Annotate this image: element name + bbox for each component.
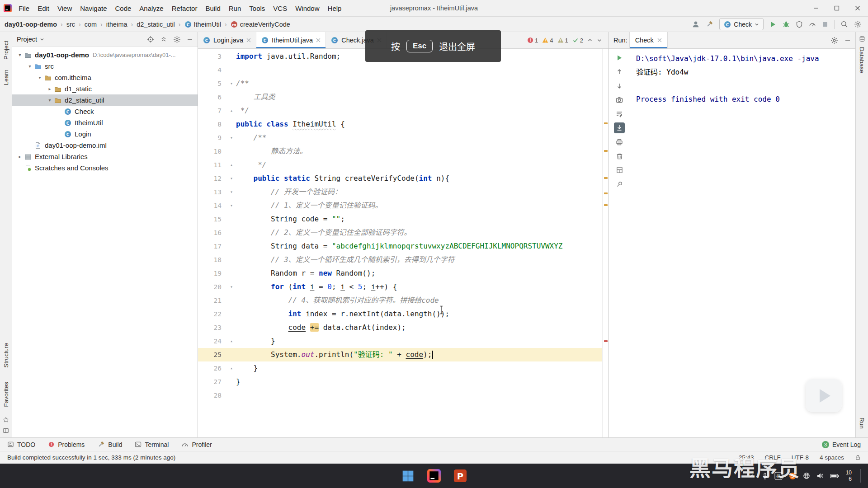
locate-file-icon[interactable] bbox=[147, 36, 154, 43]
gear-icon[interactable] bbox=[173, 36, 181, 43]
fold-marker-icon[interactable]: ▴ bbox=[227, 158, 236, 172]
menu-tools[interactable]: Tools bbox=[245, 5, 269, 12]
tree-item-login[interactable]: CLogin bbox=[12, 128, 198, 140]
coverage-button[interactable] bbox=[796, 21, 803, 28]
code-line[interactable]: 12▾ public static String createVerifyCod… bbox=[198, 172, 602, 185]
toolwindow-button-todo[interactable]: TODO bbox=[7, 441, 35, 448]
code-line[interactable]: 18 // 3、定义一个循环生成几个随机索引，去得到几个字符 bbox=[198, 253, 602, 267]
close-button[interactable] bbox=[847, 0, 868, 16]
run-tab-check[interactable]: Check bbox=[629, 32, 668, 48]
menu-file[interactable]: File bbox=[14, 5, 33, 12]
start-button[interactable] bbox=[399, 467, 416, 484]
status-item-2[interactable]: UTF-8 bbox=[792, 454, 809, 461]
code-line[interactable]: 24▴ } bbox=[198, 334, 602, 348]
hide-panel-icon[interactable] bbox=[187, 36, 193, 42]
menu-refactor[interactable]: Refactor bbox=[168, 5, 202, 12]
tree-item-d1-static[interactable]: ▸d1_static bbox=[12, 83, 198, 94]
profile-button[interactable] bbox=[809, 21, 816, 28]
collapse-all-icon[interactable] bbox=[160, 36, 167, 43]
tree-item-day01-oop-demo-iml[interactable]: day01-oop-demo.iml bbox=[12, 140, 198, 151]
breadcrumb-item[interactable]: day01-oop-demo bbox=[5, 21, 57, 28]
fold-marker-icon[interactable]: ▴ bbox=[227, 361, 236, 375]
maximize-button[interactable] bbox=[826, 0, 847, 16]
video-play-button[interactable] bbox=[806, 379, 842, 412]
scrollend-button[interactable] bbox=[614, 122, 625, 133]
database-icon[interactable] bbox=[859, 36, 865, 42]
tree-item-check[interactable]: CCheck bbox=[12, 106, 198, 117]
close-icon[interactable] bbox=[246, 38, 251, 42]
fold-marker-icon[interactable]: ▾ bbox=[227, 199, 236, 212]
fold-marker-icon[interactable]: ▴ bbox=[227, 334, 236, 348]
code-line[interactable]: 6 工具类 bbox=[198, 90, 602, 104]
menu-run[interactable]: Run bbox=[225, 5, 245, 12]
chevron-down-icon[interactable]: ▾ bbox=[46, 98, 54, 103]
tree-item-itheimutil[interactable]: CItheimUtil bbox=[12, 117, 198, 128]
code-line[interactable]: 5▾/** bbox=[198, 77, 602, 90]
code-line[interactable]: 17 String data = "abcdefghijklmnopqrstuv… bbox=[198, 239, 602, 253]
chevron-right-icon[interactable]: ▸ bbox=[46, 86, 54, 91]
hide-panel-icon[interactable] bbox=[844, 37, 851, 43]
fold-marker-icon[interactable]: ▾ bbox=[227, 172, 236, 185]
inspections-widget[interactable]: 1 4 1 2 bbox=[527, 32, 609, 48]
menu-navigate[interactable]: Navigate bbox=[76, 5, 111, 12]
code-line[interactable]: 27} bbox=[198, 375, 602, 389]
code-line[interactable]: 23 code += data.charAt(index); bbox=[198, 321, 602, 334]
code-line[interactable]: 20▾ for (int i = 0; i < 5; i++) { bbox=[198, 280, 602, 294]
toolwindow-button-problems[interactable]: Problems bbox=[48, 441, 85, 448]
trash-button[interactable] bbox=[614, 150, 625, 161]
code-line[interactable]: 15 String code = ""; bbox=[198, 212, 602, 226]
status-item-1[interactable]: CRLF bbox=[764, 454, 780, 461]
run-button[interactable] bbox=[769, 21, 777, 28]
next-problem-icon[interactable] bbox=[597, 38, 602, 43]
code-line[interactable]: 8public class ItheimUtil { bbox=[198, 117, 602, 131]
code-area[interactable]: 3import java.util.Random;45▾/**6 工具类7▴ *… bbox=[198, 49, 602, 437]
tree-item-external-libraries[interactable]: ▸External Libraries bbox=[12, 151, 198, 162]
tab-login-java[interactable]: CLogin.java bbox=[198, 32, 256, 48]
build-project-button[interactable] bbox=[706, 20, 713, 28]
code-line[interactable]: 13▾ // 开发一个验证码： bbox=[198, 185, 602, 199]
code-line[interactable]: 22 int index = r.nextInt(data.length()); bbox=[198, 307, 602, 321]
status-item-3[interactable]: 4 spaces bbox=[820, 454, 844, 461]
code-line[interactable]: 28 bbox=[198, 389, 602, 402]
menu-view[interactable]: View bbox=[53, 5, 76, 12]
close-icon[interactable] bbox=[657, 38, 662, 42]
menu-window[interactable]: Window bbox=[291, 5, 323, 12]
code-line[interactable]: 21 // 4、获取随机索引对应的字符。拼接给code bbox=[198, 294, 602, 307]
chevron-down-icon[interactable]: ▾ bbox=[26, 64, 34, 69]
previous-problem-icon[interactable] bbox=[587, 38, 593, 43]
taskbar-clock[interactable]: 10 6 bbox=[846, 469, 852, 482]
show-desktop-button[interactable] bbox=[860, 469, 861, 483]
tree-item-com-itheima[interactable]: ▾com.itheima bbox=[12, 72, 198, 83]
toolwindow-switcher-icon[interactable] bbox=[3, 427, 9, 434]
arrow-down-button[interactable] bbox=[614, 80, 625, 91]
menu-build[interactable]: Build bbox=[201, 5, 224, 12]
code-line[interactable]: 25 System.out.println("验证码: " + code); bbox=[198, 348, 602, 361]
toolwindow-stripe-favorites[interactable]: Favorites bbox=[3, 382, 9, 407]
favorites-star-icon[interactable] bbox=[3, 417, 9, 423]
status-item-0[interactable]: 25:43 bbox=[739, 454, 754, 461]
project-panel-title[interactable]: Project bbox=[17, 36, 44, 43]
rerun-button[interactable] bbox=[614, 52, 625, 63]
settings-icon[interactable] bbox=[854, 20, 862, 28]
menu-analyze[interactable]: Analyze bbox=[135, 5, 167, 12]
fold-marker-icon[interactable]: ▾ bbox=[227, 131, 236, 145]
camera-button[interactable] bbox=[614, 94, 625, 105]
grid-button[interactable] bbox=[614, 164, 625, 175]
tab-itheimutil-java[interactable]: CItheimUtil.java bbox=[256, 32, 326, 48]
code-line[interactable]: 26▴ } bbox=[198, 361, 602, 375]
code-line[interactable]: 16 // 2、定义一个变量记住全部验证码字符。 bbox=[198, 226, 602, 239]
close-icon[interactable] bbox=[316, 38, 321, 42]
menu-code[interactable]: Code bbox=[111, 5, 135, 12]
breadcrumb-item[interactable]: d2_static_util bbox=[137, 21, 175, 28]
toolwindow-stripe-project[interactable]: Project bbox=[3, 41, 9, 60]
powerpoint-taskbar-button[interactable]: P bbox=[452, 467, 469, 484]
toolwindow-button-build[interactable]: Build bbox=[97, 441, 122, 448]
menu-edit[interactable]: Edit bbox=[33, 5, 53, 12]
fold-marker-icon[interactable]: ▾ bbox=[227, 185, 236, 199]
editor-body[interactable]: 3import java.util.Random;45▾/**6 工具类7▴ *… bbox=[198, 49, 609, 437]
fold-marker-icon[interactable]: ▾ bbox=[227, 280, 236, 294]
fold-marker-icon[interactable]: ▴ bbox=[227, 104, 236, 117]
fold-marker-icon[interactable]: ▾ bbox=[227, 77, 236, 90]
code-line[interactable]: 19 Random r = new Random(); bbox=[198, 267, 602, 280]
chevron-right-icon[interactable]: ▸ bbox=[16, 154, 24, 159]
